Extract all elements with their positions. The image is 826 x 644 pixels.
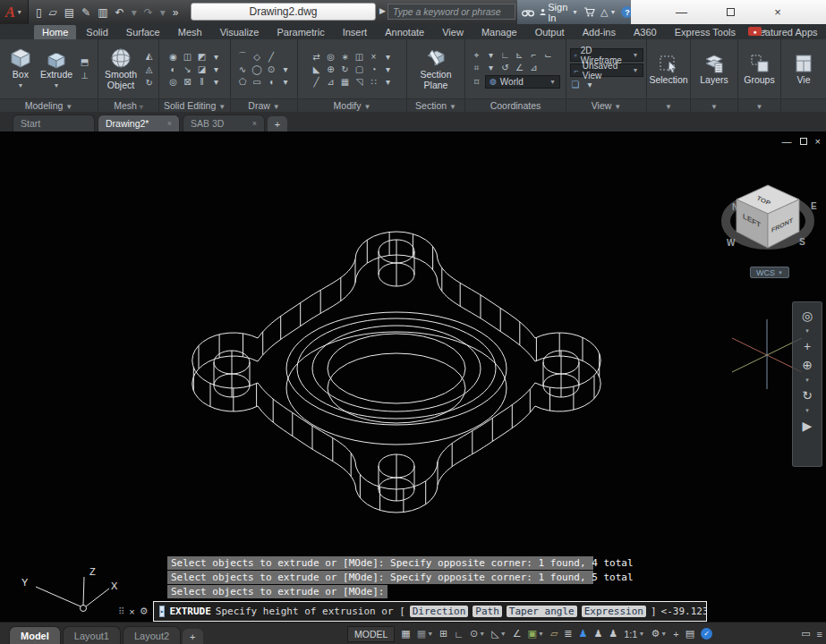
modify-tool-icon[interactable]: ▾ (382, 64, 394, 74)
command-option-chip[interactable]: Expression (582, 606, 646, 617)
draw-tool-icon[interactable]: ◇ (251, 51, 263, 62)
modify-tool-icon[interactable]: ⊿ (325, 76, 336, 87)
modify-tool-icon[interactable]: ▦ (339, 76, 351, 87)
command-option-chip[interactable]: Path (473, 606, 502, 617)
file-tab[interactable]: Start (13, 114, 95, 131)
draw-tool-icon[interactable]: ▾ (280, 76, 292, 87)
quick-properties-icon[interactable]: ▤ (685, 628, 694, 640)
ribbon-tab[interactable]: A360 (626, 25, 665, 39)
ribbon-tab[interactable]: Mesh (170, 25, 210, 39)
annotation-visibility-icon[interactable]: ♟ (579, 628, 588, 640)
undo-icon[interactable]: ↶ (115, 6, 124, 19)
draw-tool-icon[interactable]: ╱ (266, 51, 277, 62)
maximize-button[interactable] (727, 0, 735, 24)
binoculars-search-icon[interactable] (522, 8, 534, 17)
graphics-performance-icon[interactable]: ✓ (701, 628, 712, 640)
panel-label-modeling[interactable]: Modeling ▼ (0, 98, 98, 112)
workspace-icon[interactable]: ⚙ ▼ (651, 628, 667, 640)
selection-button[interactable]: Selection (646, 52, 690, 86)
panel-label-section[interactable]: Section ▼ (407, 98, 464, 112)
view-cube[interactable]: N E W S TOP LEFT FRONT (726, 185, 817, 248)
zoom-icon[interactable]: ⊕ (802, 359, 813, 371)
close-icon[interactable]: × (252, 119, 257, 128)
panel-label-selection[interactable]: ▼ (647, 98, 690, 112)
new-layout-button[interactable]: + (183, 629, 202, 644)
modify-tool-icon[interactable]: ◔ (368, 64, 379, 74)
panel-label-mesh[interactable]: Mesh ▿ (98, 98, 158, 112)
drag-handle-icon[interactable]: ⠿ (118, 606, 124, 616)
panel-label-modify[interactable]: Modify ▼ (298, 98, 406, 112)
wcs-dropdown[interactable]: WCS▼ (750, 267, 789, 278)
solid-editing-tool-icon[interactable]: ↘ (182, 64, 193, 74)
ribbon-tab[interactable]: Surface (118, 25, 168, 39)
drawing-viewport[interactable]: Z Y X N E W S TOP LEFT FRONT — × (0, 131, 826, 622)
modify-tool-icon[interactable]: ▾ (382, 76, 394, 87)
coordinates-tool-icon[interactable]: ⊿ (528, 63, 540, 73)
modify-tool-icon[interactable]: ◣ (311, 64, 322, 74)
coordinates-tool-icon[interactable]: ⌖ (471, 50, 482, 61)
sign-in-button[interactable]: Sign In ▼ (540, 2, 578, 23)
solid-editing-tool-icon[interactable]: ▾ (210, 76, 222, 87)
solid-editing-tool-icon[interactable]: ◪ (196, 64, 208, 74)
model-space-button[interactable]: MODEL (347, 626, 395, 642)
file-tab[interactable]: Drawing2* × (98, 114, 180, 131)
nav-caret-icon[interactable]: ▾ (805, 328, 809, 334)
isodraft-icon[interactable]: ◺ ▼ (491, 628, 506, 640)
solid-editing-tool-icon[interactable]: ▾ (210, 64, 222, 74)
recent-commands-icon[interactable]: ▸ (159, 606, 166, 617)
ucs-icon-tool[interactable]: ⌑ (471, 76, 482, 87)
command-input[interactable]: ▸ EXTRUDE Specify height of extrusion or… (153, 601, 707, 622)
dynamic-ucs-icon[interactable]: ▱ (550, 628, 558, 640)
save-icon[interactable]: ▤ (64, 6, 74, 19)
draw-tool-icon[interactable]: ◖ (266, 76, 277, 87)
viewports-button[interactable]: Vie (790, 52, 817, 86)
clean-screen-icon[interactable]: ▭ (801, 628, 810, 640)
mesh-tool-icon[interactable]: ↻ (143, 77, 155, 88)
view-dropdown[interactable]: ⌐ Unsaved View ▼ (570, 64, 643, 77)
modify-tool-icon[interactable]: ◎ (325, 51, 336, 62)
ribbon-tab[interactable]: Home (34, 25, 76, 39)
coordinates-tool-icon[interactable]: ⊾ (514, 50, 525, 61)
coordinates-tool-icon[interactable]: ↺ (499, 63, 511, 73)
viewport-close-button[interactable]: × (815, 136, 821, 147)
ribbon-tab[interactable]: View (434, 25, 472, 39)
panel-label-draw[interactable]: Draw ▼ (231, 98, 297, 112)
screencast-button[interactable]: ●▾ (748, 27, 767, 36)
modify-tool-icon[interactable]: ↻ (339, 64, 351, 74)
show-motion-icon[interactable]: ▶ (803, 419, 813, 432)
solid-editing-tool-icon[interactable]: ‖ (196, 76, 208, 87)
section-plane-button[interactable]: SectionPlane (417, 47, 454, 91)
solid-editing-tool-icon[interactable]: ◩ (196, 51, 208, 62)
nav-caret-icon[interactable]: ▾ (805, 377, 809, 383)
qat-more-icon[interactable]: » (173, 6, 179, 19)
ribbon-tab[interactable]: Output (527, 25, 573, 39)
ribbon-tab[interactable]: Express Tools (667, 25, 744, 39)
ribbon-tab[interactable]: Annotate (377, 25, 432, 39)
grid-icon[interactable]: ▦ (401, 628, 410, 640)
layout-tab[interactable]: Layout2 (123, 626, 181, 644)
ribbon-tab[interactable]: Insert (335, 25, 376, 39)
redo-icon[interactable]: ↷ (144, 6, 153, 19)
panel-label-solid-editing[interactable]: Solid Editing ▼ (159, 98, 230, 112)
ribbon-tab[interactable]: Manage (473, 25, 525, 39)
modify-tool-icon[interactable]: ◹ (353, 76, 365, 87)
nav-caret-icon[interactable]: ▾ (805, 408, 809, 413)
draw-tool-icon[interactable]: ⊙ (266, 64, 277, 74)
osnap-tracking-icon[interactable]: ∠ (513, 628, 522, 640)
title-arrow-icon[interactable]: ▶ (379, 6, 386, 15)
solid-editing-tool-icon[interactable]: ◎ (167, 76, 179, 87)
ribbon-tab[interactable]: Parametric (268, 25, 332, 39)
ribbon-tab[interactable]: Add-ins (575, 25, 624, 39)
chevron-down-icon[interactable]: ▾ (584, 79, 596, 89)
panel-label-layers[interactable]: ▼ (691, 98, 737, 112)
viewport-restore-button[interactable] (800, 136, 807, 147)
panel-label-coordinates[interactable]: Coordinates (465, 98, 566, 112)
layout-tab[interactable]: Model (9, 626, 61, 644)
modify-tool-icon[interactable]: ⊕ (325, 64, 336, 74)
plot-icon[interactable]: ▥ (98, 6, 107, 19)
draw-tool-icon[interactable]: ▭ (251, 76, 263, 87)
coordinates-tool-icon[interactable]: ⌗ (471, 63, 482, 73)
annotation-monitor-icon[interactable]: + (673, 629, 678, 640)
extrude-button[interactable]: Extrude▼ (38, 47, 75, 91)
layers-button[interactable]: Layers (697, 52, 731, 86)
